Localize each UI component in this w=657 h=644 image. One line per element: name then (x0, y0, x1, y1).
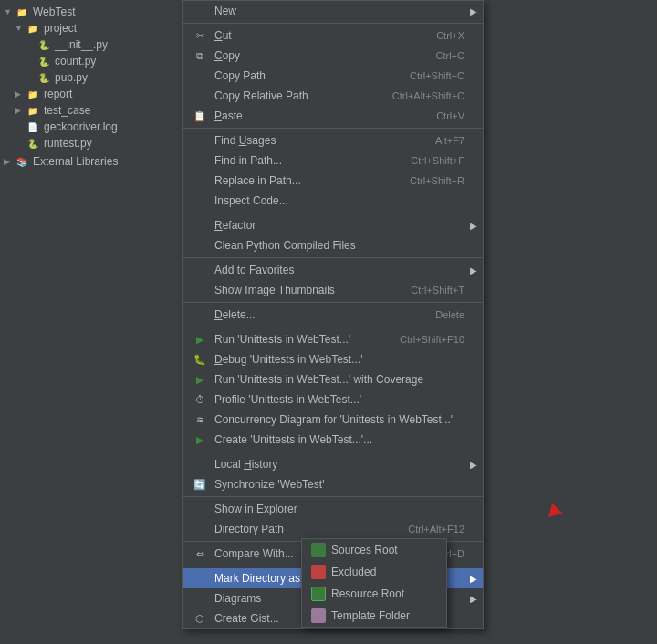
menu-label-local-history: Local History (214, 458, 464, 471)
dirpath-icon (191, 522, 209, 536)
menu-item-local-history[interactable]: Local History ▶ (183, 454, 483, 474)
menu-item-copy[interactable]: ⧉ Copy Ctrl+C (183, 46, 483, 66)
menu-label-profile: Profile 'Unittests in WebTest...' (214, 393, 464, 406)
submenu-label-template-folder: Template Folder (331, 609, 410, 622)
menu-item-run-unittest[interactable]: ▶ Run 'Unittests in WebTest...' Ctrl+Shi… (183, 329, 483, 349)
mark-icon (191, 571, 209, 586)
tree-label-report: report (44, 88, 72, 100)
folder-icon-project: 📁 (26, 21, 40, 36)
menu-item-refactor[interactable]: Refactor ▶ (183, 215, 483, 235)
submenu-item-excluded[interactable]: Excluded (302, 561, 446, 583)
menu-item-show-explorer[interactable]: Show in Explorer (183, 499, 483, 519)
menu-label-run-unittest: Run 'Unittests in WebTest...' (214, 333, 381, 346)
separator-1 (183, 23, 483, 24)
folder-icon-report: 📁 (26, 87, 40, 101)
debug-icon: 🐛 (191, 352, 209, 367)
tree-item-count[interactable]: 🐍 count.py (0, 53, 182, 69)
diagrams-icon (191, 591, 209, 606)
separator-4 (183, 257, 483, 258)
arrow-right-refactor: ▶ (470, 221, 477, 231)
menu-item-paste[interactable]: 📋 Paste Ctrl+V (183, 106, 483, 126)
separator-8 (183, 496, 483, 497)
inspect-icon (191, 193, 209, 208)
menu-item-concurrency[interactable]: ≋ Concurrency Diagram for 'Unittests in … (183, 410, 483, 430)
py-icon-count: 🐍 (36, 54, 51, 68)
copy-path-shortcut: Ctrl+Shift+C (410, 70, 464, 81)
tree-item-webtest[interactable]: ▼ 📁 WebTest (0, 4, 182, 20)
submenu-item-sources-root[interactable]: Sources Root (302, 539, 446, 561)
separator-3 (183, 213, 483, 213)
thumbnails-icon (191, 283, 209, 297)
history-icon (191, 457, 209, 472)
paste-shortcut: Ctrl+V (436, 110, 464, 121)
menu-label-debug-unittest: Debug 'Unittests in WebTest...' (214, 353, 464, 366)
menu-label-explorer: Show in Explorer (214, 503, 464, 515)
copy-shortcut: Ctrl+C (436, 50, 464, 61)
sources-root-icon (311, 543, 326, 557)
menu-item-run-coverage[interactable]: ▶ Run 'Unittests in WebTest...' with Cov… (183, 369, 483, 390)
tree-item-project[interactable]: ▼ 📁 project (0, 20, 182, 36)
compare-icon: ⇔ (191, 546, 209, 561)
menu-label-thumbnails: Show Image Thumbnails (214, 284, 392, 296)
tree-item-geckodriver[interactable]: 📄 geckodriver.log (0, 119, 182, 135)
menu-item-find-usages[interactable]: Find Usages Alt+F7 (183, 130, 483, 151)
menu-item-find-path[interactable]: Find in Path... Ctrl+Shift+F (183, 151, 483, 171)
menu-label-find-path: Find in Path... (214, 154, 392, 167)
separator-5 (183, 302, 483, 303)
menu-item-replace-path[interactable]: Replace in Path... Ctrl+Shift+R (183, 171, 483, 191)
menu-item-favorites[interactable]: Add to Favorites ▶ (183, 260, 483, 280)
template-folder-icon (311, 608, 326, 623)
find-path-shortcut: Ctrl+Shift+F (411, 155, 464, 166)
tree-item-init[interactable]: 🐍 __init__.py (0, 36, 182, 53)
find-path-icon (191, 153, 209, 168)
tree-label-project: project (44, 22, 77, 35)
menu-item-synchronize[interactable]: 🔄 Synchronize 'WebTest' (183, 474, 483, 494)
delete-shortcut: Delete (435, 309, 464, 320)
cursor-arrow (543, 503, 562, 522)
menu-label-find-usages: Find Usages (214, 134, 417, 147)
menu-label-synchronize: Synchronize 'WebTest' (214, 478, 464, 491)
menu-label-inspect: Inspect Code... (214, 194, 464, 207)
arrow-right-diagrams: ▶ (470, 594, 477, 604)
menu-item-create-unittest[interactable]: ▶ Create 'Unittests in WebTest...'... (183, 430, 483, 450)
menu-label-dirpath: Directory Path (214, 523, 390, 535)
menu-label-new: New (214, 5, 464, 17)
submenu-item-resource-root[interactable]: Resource Root (302, 583, 446, 605)
menu-item-delete[interactable]: Delete... Delete (183, 305, 483, 325)
submenu-label-excluded: Excluded (331, 566, 376, 578)
arrow-right-mark: ▶ (470, 574, 477, 584)
tree-label-count: count.py (55, 55, 96, 68)
submenu-label-resource-root: Resource Root (331, 587, 404, 600)
tree-label-runtest: runtest.py (44, 137, 92, 150)
menu-item-cut[interactable]: ✂ Cut Ctrl+X (183, 26, 483, 46)
menu-item-inspect-code[interactable]: Inspect Code... (183, 191, 483, 211)
separator-7 (183, 452, 483, 452)
tree-label-geckodriver: geckodriver.log (44, 120, 118, 133)
log-icon-geckodriver: 📄 (26, 119, 40, 134)
menu-item-new[interactable]: New ▶ (183, 1, 483, 21)
menu-item-image-thumbnails[interactable]: Show Image Thumbnails Ctrl+Shift+T (183, 280, 483, 300)
sync-icon: 🔄 (191, 477, 209, 492)
replace-path-shortcut: Ctrl+Shift+R (410, 175, 464, 186)
tree-item-report[interactable]: ▶ 📁 report (0, 86, 182, 102)
py-icon-runtest: 🐍 (26, 136, 40, 151)
tree-item-pub[interactable]: 🐍 pub.py (0, 69, 182, 86)
arrow-right-favorites: ▶ (470, 265, 477, 275)
copy-rel-shortcut: Ctrl+Alt+Shift+C (392, 90, 464, 101)
replace-path-icon (191, 173, 209, 188)
tree-item-extlibs[interactable]: ▶ 📚 External Libraries (0, 153, 182, 170)
menu-item-profile[interactable]: ⏱ Profile 'Unittests in WebTest...' (183, 390, 483, 410)
thumbnails-shortcut: Ctrl+Shift+T (411, 285, 464, 296)
separator-2 (183, 128, 483, 129)
menu-item-copy-path[interactable]: Copy Path Ctrl+Shift+C (183, 66, 483, 86)
menu-label-copy-relative: Copy Relative Path (214, 89, 374, 102)
menu-item-clean-python[interactable]: Clean Python Compiled Files (183, 235, 483, 255)
menu-item-copy-relative-path[interactable]: Copy Relative Path Ctrl+Alt+Shift+C (183, 86, 483, 106)
submenu-item-template-folder[interactable]: Template Folder (302, 605, 446, 627)
menu-item-debug-unittest[interactable]: 🐛 Debug 'Unittests in WebTest...' (183, 349, 483, 369)
tree-label-init: __init__.py (55, 38, 108, 51)
tree-item-runtest[interactable]: 🐍 runtest.py (0, 135, 182, 151)
menu-item-directory-path[interactable]: Directory Path Ctrl+Alt+F12 (183, 519, 483, 539)
tree-item-testcase[interactable]: ▶ 📁 test_case (0, 102, 182, 119)
excluded-icon (311, 565, 326, 579)
